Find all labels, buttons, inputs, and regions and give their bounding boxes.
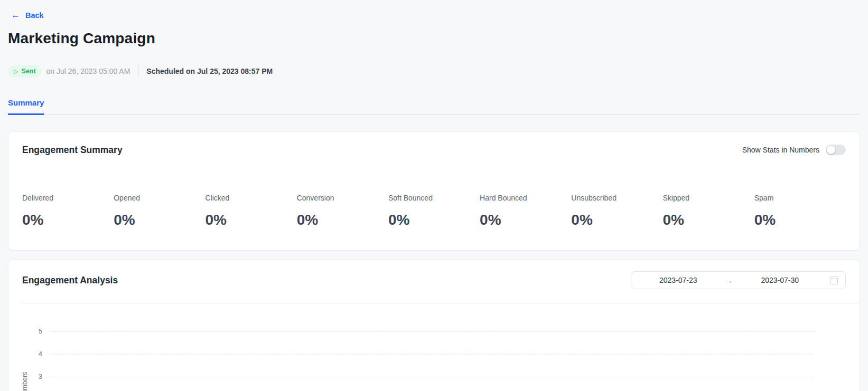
stat-item: Skipped 0% <box>663 194 754 228</box>
stat-item: Unsubscribed 0% <box>571 194 662 228</box>
chart-grid-row: 5 <box>22 328 813 335</box>
stat-label: Skipped <box>663 194 754 202</box>
stat-item: Delivered 0% <box>22 194 114 228</box>
arrow-right-icon: → <box>725 276 733 285</box>
chart-grid-row: 4 <box>22 350 813 358</box>
engagement-summary-title: Engagement Summary <box>22 144 123 156</box>
back-link[interactable]: ← Back <box>11 9 44 21</box>
stat-label: Clicked <box>205 194 296 202</box>
show-stats-toggle[interactable] <box>826 145 846 155</box>
status-badge-label: Sent <box>21 68 35 75</box>
show-stats-toggle-label: Show Stats in Numbers <box>742 146 819 154</box>
stat-value: 0% <box>205 212 296 228</box>
engagement-analysis-card: Engagement Analysis 2023-07-23 → 2023-07… <box>8 259 860 391</box>
date-range-end[interactable]: 2023-07-30 <box>733 276 827 284</box>
date-range-picker[interactable]: 2023-07-23 → 2023-07-30 <box>631 271 846 289</box>
campaign-detail-page: ← Back Marketing Campaign ▷ Sent on Jul … <box>0 0 868 391</box>
gridline <box>50 377 813 377</box>
y-tick-label: 4 <box>22 350 50 358</box>
scheduled-date-text: Scheduled on Jul 25, 2023 08:57 PM <box>146 67 273 75</box>
stat-value: 0% <box>297 212 388 228</box>
y-tick-label: 5 <box>22 328 50 335</box>
stat-label: Hard Bounced <box>480 194 571 202</box>
vertical-divider <box>138 65 138 77</box>
back-label: Back <box>25 11 44 20</box>
stat-item: Conversion 0% <box>297 194 388 228</box>
tab-bar: Summary <box>8 98 860 115</box>
stat-label: Delivered <box>22 194 114 202</box>
show-stats-toggle-row: Show Stats in Numbers <box>742 145 846 155</box>
back-arrow-icon: ← <box>11 9 20 21</box>
stat-item: Spam 0% <box>754 194 846 228</box>
gridline <box>50 331 813 332</box>
stat-label: Soft Bounced <box>388 194 480 202</box>
engagement-summary-header: Engagement Summary Show Stats in Numbers <box>22 144 846 156</box>
date-range-start[interactable]: 2023-07-23 <box>631 276 725 284</box>
stat-label: Opened <box>114 194 205 202</box>
stat-item: Hard Bounced 0% <box>480 194 571 228</box>
sent-date-text: on Jul 26, 2023 05:00 AM <box>46 67 130 75</box>
stat-value: 0% <box>571 212 662 228</box>
stat-item: Opened 0% <box>114 194 205 228</box>
stat-item: Clicked 0% <box>205 194 296 228</box>
stat-label: Conversion <box>297 194 388 202</box>
page-title: Marketing Campaign <box>8 30 860 47</box>
gridline <box>50 354 813 355</box>
engagement-analysis-title: Engagement Analysis <box>22 274 118 287</box>
engagement-analysis-header: Engagement Analysis 2023-07-23 → 2023-07… <box>22 271 846 289</box>
y-tick-label: 3 <box>22 373 50 380</box>
status-row: ▷ Sent on Jul 26, 2023 05:00 AM Schedule… <box>8 65 860 78</box>
calendar-icon[interactable] <box>830 276 838 284</box>
stat-value: 0% <box>388 212 480 228</box>
chart-grid-row: 3 <box>22 373 813 380</box>
stat-value: 0% <box>22 212 114 228</box>
stat-label: Spam <box>754 194 846 202</box>
stat-label: Unsubscribed <box>571 194 662 202</box>
stat-value: 0% <box>663 212 754 228</box>
stats-row: Delivered 0% Opened 0% Clicked 0% Conver… <box>22 194 846 228</box>
stat-value: 0% <box>480 212 571 228</box>
toggle-knob <box>827 146 835 154</box>
sent-play-icon: ▷ <box>14 68 18 74</box>
engagement-summary-card: Engagement Summary Show Stats in Numbers… <box>8 131 860 251</box>
stat-value: 0% <box>754 212 846 228</box>
stat-value: 0% <box>114 212 205 228</box>
stat-item: Soft Bounced 0% <box>388 194 480 228</box>
tab-summary[interactable]: Summary <box>8 99 44 115</box>
status-badge: ▷ Sent <box>8 65 42 78</box>
engagement-chart: Numbers 5 4 3 <box>22 303 846 391</box>
